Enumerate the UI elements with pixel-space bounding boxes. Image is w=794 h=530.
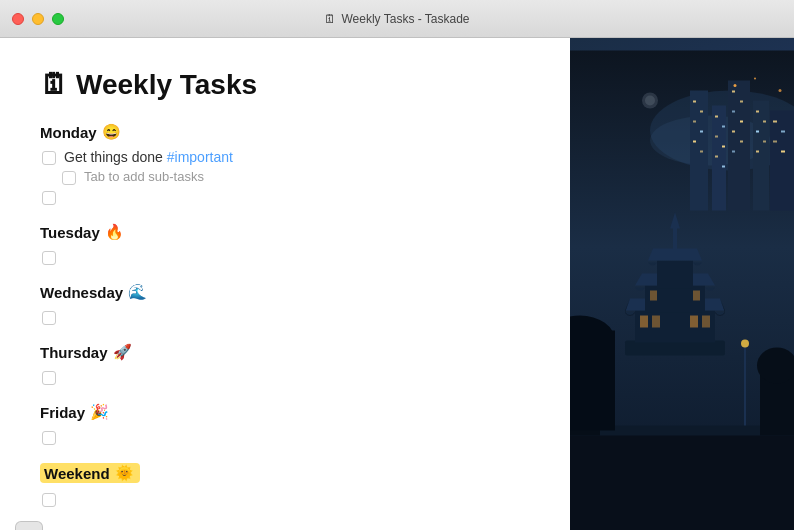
svg-rect-47 — [640, 316, 648, 328]
bottom-toolbar-left: ⚙ — [0, 515, 570, 530]
day-heading-weekend: Weekend 🌞 — [40, 463, 140, 483]
svg-rect-21 — [740, 101, 743, 103]
svg-point-66 — [754, 78, 756, 80]
svg-rect-31 — [756, 151, 759, 153]
svg-rect-18 — [715, 156, 718, 158]
tuesday-emoji: 🔥 — [105, 223, 124, 241]
svg-rect-17 — [722, 146, 725, 148]
task-checkbox-tuesday-empty[interactable] — [42, 251, 56, 265]
day-label-wednesday: Wednesday — [40, 284, 123, 301]
day-heading-friday: Friday 🎉 — [40, 403, 530, 421]
task-checkbox-wednesday-empty[interactable] — [42, 311, 56, 325]
monday-emoji: 😄 — [102, 123, 121, 141]
svg-rect-48 — [652, 316, 660, 328]
thursday-emoji: 🚀 — [113, 343, 132, 361]
svg-rect-43 — [657, 261, 693, 289]
svg-point-67 — [779, 89, 782, 92]
svg-rect-7 — [770, 111, 794, 211]
page-title: 🗓 Weekly Tasks — [40, 68, 530, 101]
svg-rect-28 — [763, 121, 766, 123]
svg-rect-11 — [700, 131, 703, 133]
svg-rect-29 — [756, 131, 759, 133]
traffic-lights — [12, 13, 64, 25]
svg-rect-9 — [700, 111, 703, 113]
task-checkbox-monday-empty[interactable] — [42, 191, 56, 205]
window-title-icon: 🗓 — [324, 12, 336, 26]
svg-rect-20 — [732, 91, 735, 93]
task-panel: 🗓 Weekly Tasks Monday 😄 Get things done … — [0, 38, 570, 530]
task-item-friday-empty — [40, 429, 530, 445]
settings-button[interactable]: ⚙ — [15, 521, 43, 530]
day-section-monday: Monday 😄 Get things done #important Tab … — [40, 123, 530, 205]
svg-rect-52 — [693, 291, 700, 301]
day-label-weekend: Weekend — [44, 465, 110, 482]
svg-rect-19 — [722, 166, 725, 168]
day-label-friday: Friday — [40, 404, 85, 421]
task-tag-important[interactable]: #important — [167, 149, 233, 165]
minimize-button[interactable] — [32, 13, 44, 25]
day-heading-tuesday: Tuesday 🔥 — [40, 223, 530, 241]
svg-rect-6 — [753, 101, 769, 211]
svg-rect-33 — [781, 131, 785, 133]
day-section-tuesday: Tuesday 🔥 — [40, 223, 530, 265]
wednesday-emoji: 🌊 — [128, 283, 147, 301]
day-heading-thursday: Thursday 🚀 — [40, 343, 530, 361]
day-heading-monday: Monday 😄 — [40, 123, 530, 141]
day-label-tuesday: Tuesday — [40, 224, 100, 241]
svg-rect-26 — [732, 151, 735, 153]
svg-rect-14 — [715, 116, 718, 118]
city-svg — [570, 38, 794, 530]
svg-rect-24 — [732, 131, 735, 133]
task-item-weekend-empty — [40, 491, 530, 507]
close-button[interactable] — [12, 13, 24, 25]
svg-rect-25 — [740, 141, 743, 143]
maximize-button[interactable] — [52, 13, 64, 25]
task-item-tuesday-empty — [40, 249, 530, 265]
photo-panel: ✓ 🎧 ? — [570, 38, 794, 530]
sub-task-checkbox-monday-1[interactable] — [62, 171, 76, 185]
task-item-thursday-empty — [40, 369, 530, 385]
svg-rect-45 — [673, 226, 677, 252]
svg-rect-16 — [715, 136, 718, 138]
svg-rect-15 — [722, 126, 725, 128]
day-section-friday: Friday 🎉 — [40, 403, 530, 445]
svg-rect-22 — [732, 111, 735, 113]
svg-point-2 — [650, 116, 770, 166]
svg-rect-12 — [693, 141, 696, 143]
friday-emoji: 🎉 — [90, 403, 109, 421]
main-area: 🗓 Weekly Tasks Monday 😄 Get things done … — [0, 38, 794, 530]
svg-point-56 — [741, 340, 749, 348]
day-label-monday: Monday — [40, 124, 97, 141]
title-bar: 🗓 Weekly Tasks - Taskade — [0, 0, 794, 38]
day-label-thursday: Thursday — [40, 344, 108, 361]
svg-rect-49 — [690, 316, 698, 328]
svg-rect-34 — [773, 141, 777, 143]
svg-rect-36 — [625, 341, 725, 356]
svg-rect-32 — [773, 121, 777, 123]
svg-rect-27 — [756, 111, 759, 113]
task-checkbox-monday-1[interactable] — [42, 151, 56, 165]
svg-rect-5 — [728, 81, 750, 211]
svg-rect-10 — [693, 121, 696, 123]
task-checkbox-thursday-empty[interactable] — [42, 371, 56, 385]
task-checkbox-weekend-empty[interactable] — [42, 493, 56, 507]
svg-rect-30 — [763, 141, 766, 143]
day-section-weekend: Weekend 🌞 — [40, 463, 530, 507]
task-text-monday-1: Get things done #important — [64, 149, 233, 165]
weekend-emoji: 🌞 — [115, 464, 134, 482]
svg-rect-3 — [690, 91, 708, 211]
task-item-wednesday-empty — [40, 309, 530, 325]
svg-rect-64 — [570, 331, 615, 431]
svg-rect-50 — [702, 316, 710, 328]
svg-point-69 — [645, 96, 655, 106]
svg-rect-13 — [700, 151, 703, 153]
task-item-monday-1: Get things done #important — [40, 149, 530, 165]
sub-task-text-monday-1: Tab to add sub-tasks — [84, 169, 204, 184]
day-section-thursday: Thursday 🚀 — [40, 343, 530, 385]
sub-task-monday-1: Tab to add sub-tasks — [40, 169, 530, 185]
svg-point-65 — [734, 84, 737, 87]
svg-rect-4 — [712, 106, 726, 211]
svg-rect-57 — [570, 431, 794, 531]
task-checkbox-friday-empty[interactable] — [42, 431, 56, 445]
window-title-text: Weekly Tasks - Taskade — [341, 12, 469, 26]
